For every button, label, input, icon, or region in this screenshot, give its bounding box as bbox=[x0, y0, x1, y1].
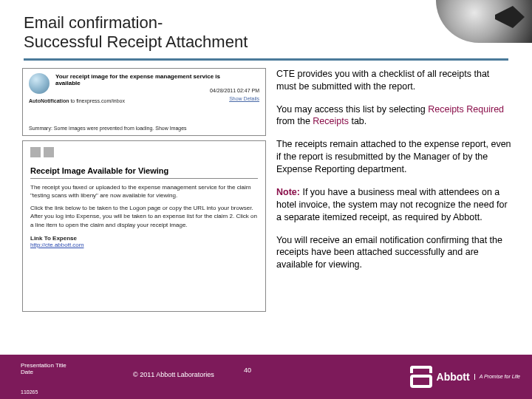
right-p5: You will receive an email notification c… bbox=[276, 234, 511, 272]
right-note: Note: If you have a business meal with a… bbox=[276, 186, 511, 224]
summary-label: Summary: bbox=[29, 126, 52, 131]
abbott-logo: Abbott A Promise for Life bbox=[410, 355, 520, 399]
right-p1: CTE provides you with a checklist of all… bbox=[276, 68, 511, 93]
abbott-mark-icon bbox=[410, 366, 432, 388]
tool-icon bbox=[44, 147, 54, 157]
summary-text: Some images were prevented from loading.… bbox=[54, 126, 187, 131]
email-timestamp: 04/28/2011 02:47 PM bbox=[210, 88, 259, 93]
explanation-text: CTE provides you with a checklist of all… bbox=[276, 68, 514, 312]
show-details-link[interactable]: Show Details bbox=[210, 96, 259, 101]
email-body-heading: Receipt Image Available for Viewing bbox=[30, 166, 258, 175]
auto-notification-label: AutoNotification bbox=[29, 98, 69, 103]
title-line-2: Successful Receipt Attachment bbox=[24, 33, 248, 51]
toolbar-icons bbox=[30, 147, 258, 163]
slide-footer: Presentation Title Date © 2011 Abbott La… bbox=[0, 355, 532, 399]
globe-icon bbox=[29, 73, 50, 94]
footer-code: 110265 bbox=[21, 389, 38, 395]
footer-page-number: 40 bbox=[244, 366, 251, 374]
footer-copyright: © 2011 Abbott Laboratories bbox=[133, 371, 214, 378]
abbott-tagline: A Promise for Life bbox=[474, 374, 520, 380]
right-p2: You may access this list by selecting Re… bbox=[276, 103, 511, 129]
link-label: Link To Expense bbox=[30, 235, 258, 242]
email-subject: Your receipt image for the expense manag… bbox=[55, 73, 233, 86]
receipts-tab-hl: Receipts bbox=[313, 116, 349, 126]
divider bbox=[30, 178, 258, 179]
slide-title: Email confirmation- Successful Receipt A… bbox=[24, 13, 508, 52]
receipts-required-hl: Receipts Required bbox=[428, 104, 504, 115]
title-line-1: Email confirmation- bbox=[24, 13, 163, 32]
expense-url-link[interactable]: http://cte.abbott.com bbox=[30, 242, 83, 248]
email-body-p2: Click the link below to be taken to the … bbox=[30, 204, 258, 229]
email-body-p1: The receipt you faxed or uploaded to the… bbox=[30, 183, 258, 200]
abbott-logo-text: Abbott bbox=[437, 371, 470, 383]
email-body-panel: Receipt Image Available for Viewing The … bbox=[22, 140, 266, 312]
email-to: to finexpress.com/inbox bbox=[70, 98, 125, 103]
title-underline bbox=[24, 58, 508, 61]
tool-icon bbox=[30, 147, 41, 157]
note-label: Note: bbox=[276, 187, 300, 197]
right-p3: The receipts remain attached to the expe… bbox=[276, 138, 511, 176]
email-header-panel: Your receipt image for the expense manag… bbox=[22, 68, 266, 136]
